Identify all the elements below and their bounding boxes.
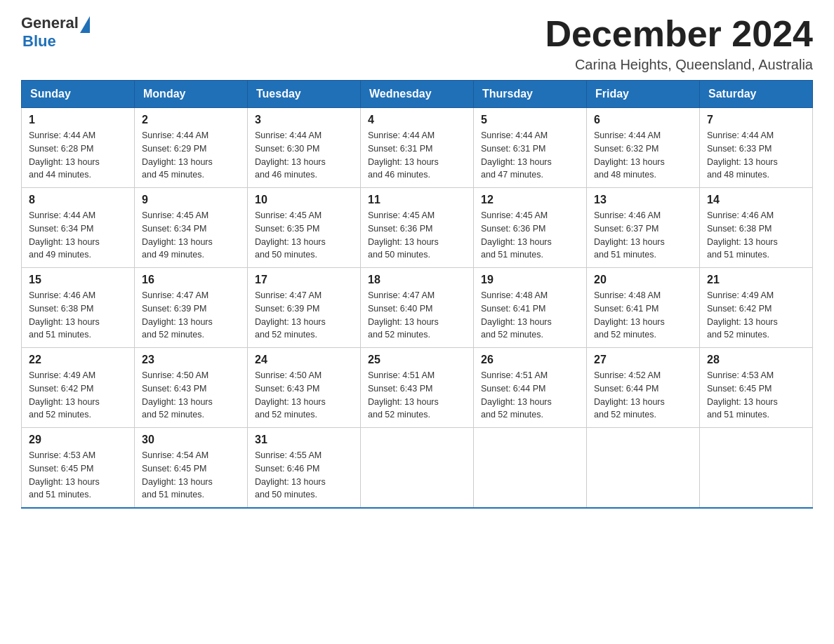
day-number: 26 (481, 354, 579, 366)
day-info: Sunrise: 4:47 AM Sunset: 6:40 PM Dayligh… (368, 289, 466, 342)
day-info: Sunrise: 4:54 AM Sunset: 6:45 PM Dayligh… (142, 449, 240, 502)
calendar-cell: 19 Sunrise: 4:48 AM Sunset: 6:41 PM Dayl… (474, 268, 587, 348)
col-friday: Friday (587, 81, 700, 108)
col-sunday: Sunday (22, 81, 135, 108)
day-number: 20 (594, 274, 692, 286)
calendar-week-2: 8 Sunrise: 4:44 AM Sunset: 6:34 PM Dayli… (22, 188, 813, 268)
day-info: Sunrise: 4:55 AM Sunset: 6:46 PM Dayligh… (255, 449, 353, 502)
day-number: 22 (29, 354, 127, 366)
day-number: 19 (481, 274, 579, 286)
day-info: Sunrise: 4:44 AM Sunset: 6:30 PM Dayligh… (255, 129, 353, 182)
day-info: Sunrise: 4:50 AM Sunset: 6:43 PM Dayligh… (142, 369, 240, 422)
location-title: Carina Heights, Queensland, Australia (545, 57, 813, 73)
col-wednesday: Wednesday (361, 81, 474, 108)
calendar-cell: 16 Sunrise: 4:47 AM Sunset: 6:39 PM Dayl… (135, 268, 248, 348)
calendar-cell: 31 Sunrise: 4:55 AM Sunset: 6:46 PM Dayl… (248, 428, 361, 509)
page-header: General Blue December 2024 Carina Height… (21, 14, 813, 73)
day-number: 7 (707, 114, 805, 126)
day-info: Sunrise: 4:52 AM Sunset: 6:44 PM Dayligh… (594, 369, 692, 422)
day-info: Sunrise: 4:45 AM Sunset: 6:36 PM Dayligh… (481, 209, 579, 262)
day-number: 17 (255, 274, 353, 286)
calendar-week-4: 22 Sunrise: 4:49 AM Sunset: 6:42 PM Dayl… (22, 348, 813, 428)
calendar-cell: 22 Sunrise: 4:49 AM Sunset: 6:42 PM Dayl… (22, 348, 135, 428)
calendar-cell: 6 Sunrise: 4:44 AM Sunset: 6:32 PM Dayli… (587, 108, 700, 188)
day-info: Sunrise: 4:45 AM Sunset: 6:35 PM Dayligh… (255, 209, 353, 262)
calendar-week-5: 29 Sunrise: 4:53 AM Sunset: 6:45 PM Dayl… (22, 428, 813, 509)
calendar-cell: 7 Sunrise: 4:44 AM Sunset: 6:33 PM Dayli… (700, 108, 813, 188)
calendar-cell: 18 Sunrise: 4:47 AM Sunset: 6:40 PM Dayl… (361, 268, 474, 348)
day-info: Sunrise: 4:49 AM Sunset: 6:42 PM Dayligh… (707, 289, 805, 342)
calendar-cell: 29 Sunrise: 4:53 AM Sunset: 6:45 PM Dayl… (22, 428, 135, 509)
logo: General Blue (21, 14, 90, 51)
calendar-cell: 28 Sunrise: 4:53 AM Sunset: 6:45 PM Dayl… (700, 348, 813, 428)
day-info: Sunrise: 4:44 AM Sunset: 6:33 PM Dayligh… (707, 129, 805, 182)
calendar-cell: 2 Sunrise: 4:44 AM Sunset: 6:29 PM Dayli… (135, 108, 248, 188)
day-number: 5 (481, 114, 579, 126)
day-info: Sunrise: 4:47 AM Sunset: 6:39 PM Dayligh… (255, 289, 353, 342)
day-info: Sunrise: 4:44 AM Sunset: 6:34 PM Dayligh… (29, 209, 127, 262)
day-number: 30 (142, 434, 240, 446)
calendar-header-row: Sunday Monday Tuesday Wednesday Thursday… (22, 81, 813, 108)
calendar-cell: 3 Sunrise: 4:44 AM Sunset: 6:30 PM Dayli… (248, 108, 361, 188)
calendar-cell: 9 Sunrise: 4:45 AM Sunset: 6:34 PM Dayli… (135, 188, 248, 268)
day-number: 29 (29, 434, 127, 446)
day-info: Sunrise: 4:49 AM Sunset: 6:42 PM Dayligh… (29, 369, 127, 422)
day-info: Sunrise: 4:46 AM Sunset: 6:37 PM Dayligh… (594, 209, 692, 262)
calendar-cell: 12 Sunrise: 4:45 AM Sunset: 6:36 PM Dayl… (474, 188, 587, 268)
col-saturday: Saturday (700, 81, 813, 108)
logo-triangle-icon (80, 16, 90, 33)
day-number: 10 (255, 194, 353, 206)
day-info: Sunrise: 4:45 AM Sunset: 6:34 PM Dayligh… (142, 209, 240, 262)
day-number: 28 (707, 354, 805, 366)
col-thursday: Thursday (474, 81, 587, 108)
day-number: 8 (29, 194, 127, 206)
day-info: Sunrise: 4:53 AM Sunset: 6:45 PM Dayligh… (707, 369, 805, 422)
calendar-cell: 17 Sunrise: 4:47 AM Sunset: 6:39 PM Dayl… (248, 268, 361, 348)
calendar-cell: 8 Sunrise: 4:44 AM Sunset: 6:34 PM Dayli… (22, 188, 135, 268)
calendar-table: Sunday Monday Tuesday Wednesday Thursday… (21, 80, 813, 509)
calendar-cell: 27 Sunrise: 4:52 AM Sunset: 6:44 PM Dayl… (587, 348, 700, 428)
calendar-cell: 4 Sunrise: 4:44 AM Sunset: 6:31 PM Dayli… (361, 108, 474, 188)
day-info: Sunrise: 4:51 AM Sunset: 6:43 PM Dayligh… (368, 369, 466, 422)
day-number: 13 (594, 194, 692, 206)
day-number: 11 (368, 194, 466, 206)
day-number: 4 (368, 114, 466, 126)
day-info: Sunrise: 4:46 AM Sunset: 6:38 PM Dayligh… (707, 209, 805, 262)
calendar-cell: 20 Sunrise: 4:48 AM Sunset: 6:41 PM Dayl… (587, 268, 700, 348)
day-number: 23 (142, 354, 240, 366)
calendar-cell: 21 Sunrise: 4:49 AM Sunset: 6:42 PM Dayl… (700, 268, 813, 348)
calendar-cell: 24 Sunrise: 4:50 AM Sunset: 6:43 PM Dayl… (248, 348, 361, 428)
day-number: 14 (707, 194, 805, 206)
day-number: 18 (368, 274, 466, 286)
logo-general-text: General (21, 14, 79, 32)
calendar-cell (474, 428, 587, 509)
calendar-cell: 5 Sunrise: 4:44 AM Sunset: 6:31 PM Dayli… (474, 108, 587, 188)
day-info: Sunrise: 4:46 AM Sunset: 6:38 PM Dayligh… (29, 289, 127, 342)
day-info: Sunrise: 4:44 AM Sunset: 6:31 PM Dayligh… (368, 129, 466, 182)
calendar-cell: 1 Sunrise: 4:44 AM Sunset: 6:28 PM Dayli… (22, 108, 135, 188)
day-info: Sunrise: 4:44 AM Sunset: 6:32 PM Dayligh… (594, 129, 692, 182)
logo-blue-text: Blue (22, 32, 56, 51)
calendar-cell: 10 Sunrise: 4:45 AM Sunset: 6:35 PM Dayl… (248, 188, 361, 268)
calendar-cell (361, 428, 474, 509)
day-number: 16 (142, 274, 240, 286)
day-number: 12 (481, 194, 579, 206)
calendar-cell: 30 Sunrise: 4:54 AM Sunset: 6:45 PM Dayl… (135, 428, 248, 509)
day-number: 15 (29, 274, 127, 286)
day-info: Sunrise: 4:44 AM Sunset: 6:28 PM Dayligh… (29, 129, 127, 182)
day-number: 25 (368, 354, 466, 366)
day-info: Sunrise: 4:51 AM Sunset: 6:44 PM Dayligh… (481, 369, 579, 422)
day-info: Sunrise: 4:48 AM Sunset: 6:41 PM Dayligh… (481, 289, 579, 342)
day-info: Sunrise: 4:53 AM Sunset: 6:45 PM Dayligh… (29, 449, 127, 502)
day-number: 2 (142, 114, 240, 126)
day-number: 9 (142, 194, 240, 206)
col-monday: Monday (135, 81, 248, 108)
day-info: Sunrise: 4:45 AM Sunset: 6:36 PM Dayligh… (368, 209, 466, 262)
calendar-week-3: 15 Sunrise: 4:46 AM Sunset: 6:38 PM Dayl… (22, 268, 813, 348)
col-tuesday: Tuesday (248, 81, 361, 108)
day-info: Sunrise: 4:44 AM Sunset: 6:29 PM Dayligh… (142, 129, 240, 182)
day-number: 24 (255, 354, 353, 366)
month-title: December 2024 (545, 14, 813, 54)
day-number: 3 (255, 114, 353, 126)
day-info: Sunrise: 4:44 AM Sunset: 6:31 PM Dayligh… (481, 129, 579, 182)
